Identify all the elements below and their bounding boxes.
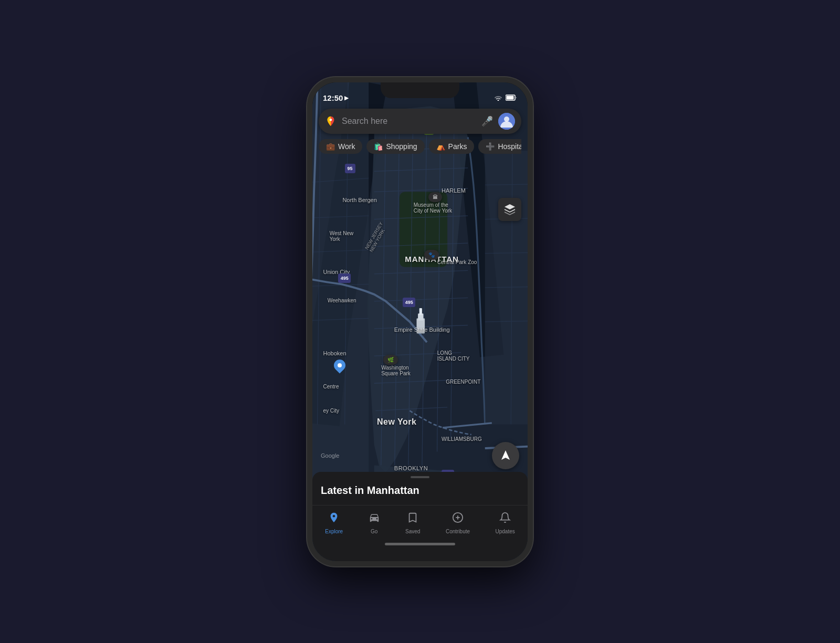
updates-icon <box>499 512 511 526</box>
search-placeholder: Search here <box>342 117 476 126</box>
layers-icon <box>503 203 516 216</box>
notch <box>381 82 459 98</box>
saved-icon <box>407 512 418 526</box>
chip-parks-label: Parks <box>448 142 467 151</box>
user-avatar[interactable] <box>498 113 515 130</box>
svg-point-52 <box>504 117 509 122</box>
chip-work[interactable]: 💼 Work <box>319 139 362 154</box>
navigate-button[interactable] <box>492 442 519 469</box>
sheet-title: Latest in Manhattan <box>312 484 528 505</box>
shopping-icon: 🛍️ <box>374 142 383 151</box>
category-chips: 💼 Work 🛍️ Shopping ⛺ Parks ➕ Hospitals <box>319 139 521 154</box>
time-display: 12:50 <box>323 93 343 102</box>
chip-work-label: Work <box>338 142 355 151</box>
search-bar[interactable]: Search here 🎤 <box>319 109 521 134</box>
home-indicator <box>385 543 455 545</box>
bottom-sheet: Latest in Manhattan Explore <box>312 472 528 561</box>
route-495-ny: 495 <box>403 298 415 307</box>
chip-parks[interactable]: ⛺ Parks <box>429 139 475 154</box>
google-watermark: Google <box>321 452 339 459</box>
mic-icon[interactable]: 🎤 <box>481 115 493 127</box>
chip-hospitals[interactable]: ➕ Hospitals <box>478 139 521 154</box>
location-pin-hoboken <box>334 360 345 371</box>
go-icon <box>369 512 380 526</box>
svg-point-50 <box>330 118 332 121</box>
hospitals-icon: ➕ <box>486 142 495 151</box>
explore-label: Explore <box>325 529 343 534</box>
route-495-nj: 495 <box>338 273 351 283</box>
poi-museum: 🏛 <box>428 192 442 202</box>
saved-label: Saved <box>405 529 420 534</box>
google-maps-logo <box>325 115 337 127</box>
route-95: 95 <box>345 164 355 173</box>
nav-item-contribute[interactable]: Contribute <box>439 510 476 536</box>
navigate-icon <box>499 449 512 462</box>
updates-label: Updates <box>496 529 515 534</box>
poi-washington-sq: 🌿 <box>383 355 398 365</box>
layer-button[interactable] <box>498 198 521 221</box>
svg-rect-49 <box>507 96 514 99</box>
svg-rect-1 <box>400 192 447 267</box>
explore-icon <box>328 512 340 526</box>
contribute-icon <box>452 512 464 526</box>
svg-rect-43 <box>416 318 425 333</box>
nav-item-go[interactable]: Go <box>362 510 386 536</box>
wifi-icon <box>494 94 502 102</box>
work-icon: 💼 <box>326 142 335 151</box>
parks-icon: ⛺ <box>436 142 445 151</box>
svg-rect-45 <box>419 308 422 314</box>
chip-hospitals-label: Hospitals <box>498 142 521 151</box>
battery-icon <box>506 94 517 102</box>
nav-item-saved[interactable]: Saved <box>399 510 426 536</box>
phone-frame: Ridgefield North Bergen West NewYork Uni… <box>307 77 533 566</box>
chip-shopping-label: Shopping <box>386 142 417 151</box>
location-arrow-status: ▶ <box>344 95 349 101</box>
status-time: 12:50 ▶ <box>323 93 349 102</box>
chip-shopping[interactable]: 🛍️ Shopping <box>366 139 424 154</box>
contribute-label: Contribute <box>446 529 470 534</box>
go-label: Go <box>371 529 377 534</box>
bottom-nav: Explore Go Saved <box>312 505 528 539</box>
phone-inner: Ridgefield North Bergen West NewYork Uni… <box>312 82 528 561</box>
nav-item-updates[interactable]: Updates <box>489 510 521 536</box>
poi-central-park-zoo: 🐾 <box>424 250 439 260</box>
sheet-handle <box>411 476 429 478</box>
nav-item-explore[interactable]: Explore <box>319 510 349 536</box>
status-icons <box>494 94 517 102</box>
